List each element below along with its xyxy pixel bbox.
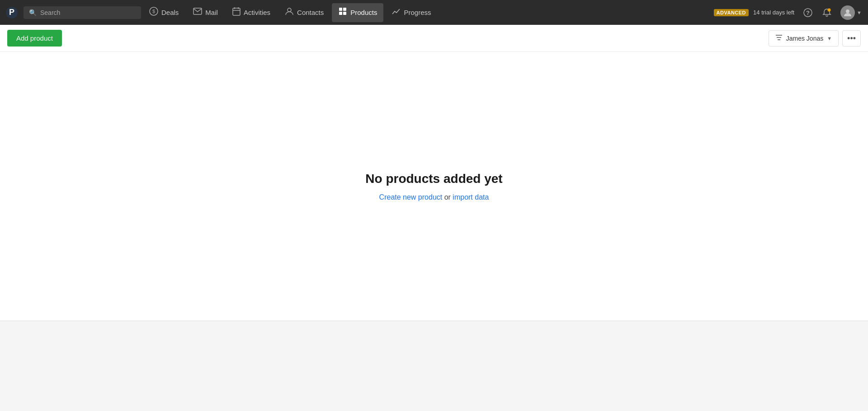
nav-item-activities[interactable]: Activities: [226, 3, 277, 22]
filter-button[interactable]: James Jonas ▼: [769, 30, 839, 47]
filter-label: James Jonas: [786, 35, 823, 42]
help-button[interactable]: ?: [800, 5, 816, 21]
empty-state-or-text: or: [442, 193, 453, 201]
user-menu-button[interactable]: ▼: [838, 4, 864, 22]
nav-item-deals[interactable]: $ Deals: [143, 3, 185, 22]
search-placeholder: Search: [40, 9, 60, 16]
import-data-link[interactable]: import data: [453, 193, 489, 201]
main-content: No products added yet Create new product…: [0, 52, 868, 321]
avatar: [840, 5, 855, 20]
more-options-button[interactable]: •••: [842, 30, 861, 47]
activities-icon: [232, 7, 241, 18]
trial-text: 14 trial days left: [753, 9, 794, 16]
svg-rect-13: [343, 12, 346, 15]
top-navigation: P 🔍 Search $ Deals Mail Activities Conta…: [0, 0, 868, 25]
search-icon: 🔍: [29, 9, 37, 16]
svg-rect-5: [233, 8, 240, 15]
mail-icon: [193, 8, 202, 17]
notifications-button[interactable]: [819, 5, 835, 21]
nav-label-deals: Deals: [161, 9, 179, 16]
progress-icon: [392, 7, 401, 18]
empty-state-title: No products added yet: [365, 172, 502, 186]
svg-text:$: $: [152, 9, 155, 14]
filter-icon: [775, 34, 783, 42]
search-box[interactable]: 🔍 Search: [24, 6, 141, 19]
footer-area: [0, 321, 868, 321]
svg-text:?: ?: [806, 9, 810, 16]
svg-point-9: [288, 8, 291, 12]
nav-item-mail[interactable]: Mail: [187, 3, 224, 22]
nav-item-progress[interactable]: Progress: [385, 3, 437, 22]
nav-label-activities: Activities: [244, 9, 270, 16]
more-icon: •••: [847, 34, 856, 43]
nav-label-contacts: Contacts: [297, 9, 324, 16]
nav-item-products[interactable]: Products: [332, 3, 383, 22]
nav-label-mail: Mail: [205, 9, 218, 16]
app-logo[interactable]: P: [4, 5, 20, 21]
svg-text:P: P: [9, 8, 14, 17]
chevron-down-icon: ▼: [857, 10, 862, 15]
products-icon: [338, 7, 347, 18]
nav-item-contacts[interactable]: Contacts: [278, 3, 330, 22]
contacts-icon: [285, 7, 294, 18]
svg-rect-11: [343, 8, 346, 11]
nav-right-icons: ? ▼: [800, 4, 864, 22]
svg-point-17: [846, 9, 849, 13]
nav-label-progress: Progress: [404, 9, 431, 16]
deals-icon: $: [149, 7, 158, 18]
add-product-button[interactable]: Add product: [7, 30, 62, 47]
nav-label-products: Products: [350, 9, 377, 16]
trial-badge: ADVANCED: [714, 9, 749, 16]
create-new-product-link[interactable]: Create new product: [379, 193, 443, 201]
toolbar-right: James Jonas ▼ •••: [769, 30, 861, 47]
empty-state-subtitle: Create new product or import data: [379, 193, 489, 201]
filter-chevron-icon: ▼: [827, 36, 832, 41]
svg-rect-4: [193, 8, 202, 14]
svg-point-16: [828, 8, 831, 11]
svg-rect-12: [339, 12, 342, 15]
toolbar: Add product James Jonas ▼ •••: [0, 25, 868, 52]
svg-rect-10: [339, 8, 342, 11]
